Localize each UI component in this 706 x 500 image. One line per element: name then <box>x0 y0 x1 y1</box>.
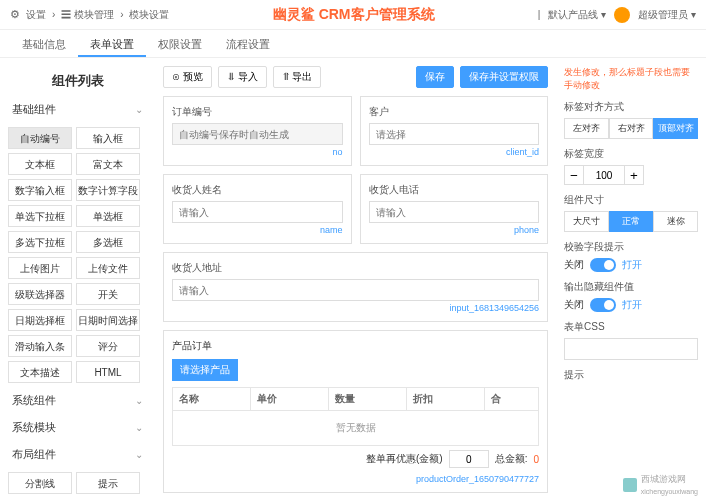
field-phone[interactable]: 收货人电话 phone <box>360 174 549 244</box>
section-layout[interactable]: 布局组件⌄ <box>8 441 147 468</box>
label-width-input[interactable] <box>584 165 624 185</box>
discount-input[interactable] <box>449 450 489 468</box>
name-input[interactable] <box>172 201 343 223</box>
gear-icon: ⚙ <box>10 8 20 21</box>
palette-title: 组件列表 <box>8 66 147 96</box>
comp-size-group: 大尺寸 正常 迷你 <box>564 211 698 232</box>
empty-state: 暂无数据 <box>173 411 539 446</box>
main-tabs: 基础信息 表单设置 权限设置 流程设置 <box>0 30 706 58</box>
section-basic[interactable]: 基础组件⌄ <box>8 96 147 123</box>
comp-开关[interactable]: 开关 <box>76 283 140 305</box>
comp-上传图片[interactable]: 上传图片 <box>8 257 72 279</box>
comp-日期选择框[interactable]: 日期选择框 <box>8 309 72 331</box>
align-top[interactable]: 顶部对齐 <box>653 118 698 139</box>
tab-permission[interactable]: 权限设置 <box>146 30 214 57</box>
comp-HTML[interactable]: HTML <box>76 361 140 383</box>
system-title: 幽灵鲨 CRM客户管理系统 <box>169 6 537 24</box>
order-no-input[interactable] <box>172 123 343 145</box>
save-perm-button[interactable]: 保存并设置权限 <box>460 66 548 88</box>
select-product-button[interactable]: 请选择产品 <box>172 359 238 381</box>
minus-button[interactable]: − <box>564 165 584 185</box>
comp-滑动输入条[interactable]: 滑动输入条 <box>8 335 72 357</box>
comp-数字输入框[interactable]: 数字输入框 <box>8 179 72 201</box>
product-order-card[interactable]: 产品订单 请选择产品 名称单价数量折扣合 暂无数据 整单再优惠(金额) 总金额:… <box>163 330 548 493</box>
align-right[interactable]: 右对齐 <box>609 118 654 139</box>
tab-flow[interactable]: 流程设置 <box>214 30 282 57</box>
align-left[interactable]: 左对齐 <box>564 118 609 139</box>
comp-数字计算字段[interactable]: 数字计算字段 <box>76 179 140 201</box>
chevron-down-icon: ⌄ <box>135 104 143 115</box>
component-palette: 组件列表 基础组件⌄ 自动编号输入框文本框富文本数字输入框数字计算字段单选下拉框… <box>0 58 155 498</box>
tab-form[interactable]: 表单设置 <box>78 30 146 57</box>
address-input[interactable] <box>172 279 539 301</box>
validate-switch[interactable] <box>590 258 616 272</box>
comp-自动编号[interactable]: 自动编号 <box>8 127 72 149</box>
comp-单选下拉框[interactable]: 单选下拉框 <box>8 205 72 227</box>
comp-文本框[interactable]: 文本框 <box>8 153 72 175</box>
divider-icon: | <box>538 9 541 20</box>
label-width-stepper[interactable]: − + <box>564 165 698 185</box>
breadcrumb: ⚙ 设置› ☰ 模块管理› 模块设置 <box>10 8 169 22</box>
tab-basic[interactable]: 基础信息 <box>10 30 78 57</box>
size-normal[interactable]: 正常 <box>609 211 654 232</box>
total-amount: 0 <box>533 454 539 465</box>
form-canvas: ⊙ 预览 ⥥ 导入 ⥣ 导出 保存 保存并设置权限 订单编号 no 客户 cli… <box>155 58 556 498</box>
property-panel: 发生修改，那么标题子段也需要手动修改 标签对齐方式 左对齐 右对齐 顶部对齐 标… <box>556 58 706 498</box>
comp-提示[interactable]: 提示 <box>76 472 140 494</box>
watermark-logo-icon <box>623 478 637 492</box>
breadcrumb-link[interactable]: ☰ 模块管理 <box>61 8 114 22</box>
preview-button[interactable]: ⊙ 预览 <box>163 66 212 88</box>
import-button[interactable]: ⥥ 导入 <box>218 66 267 88</box>
avatar[interactable] <box>614 7 630 23</box>
comp-级联选择器[interactable]: 级联选择器 <box>8 283 72 305</box>
user-role[interactable]: 超级管理员 ▾ <box>638 8 696 22</box>
size-large[interactable]: 大尺寸 <box>564 211 609 232</box>
warning-text: 发生修改，那么标题子段也需要手动修改 <box>564 66 698 92</box>
comp-富文本[interactable]: 富文本 <box>76 153 140 175</box>
hidden-switch[interactable] <box>590 298 616 312</box>
comp-多选下拉框[interactable]: 多选下拉框 <box>8 231 72 253</box>
field-client[interactable]: 客户 client_id <box>360 96 549 166</box>
phone-input[interactable] <box>369 201 540 223</box>
comp-分割线[interactable]: 分割线 <box>8 472 72 494</box>
chevron-down-icon: ⌄ <box>135 449 143 460</box>
form-css-input[interactable] <box>564 338 698 360</box>
comp-上传文件[interactable]: 上传文件 <box>76 257 140 279</box>
export-button[interactable]: ⥣ 导出 <box>273 66 322 88</box>
product-table: 名称单价数量折扣合 暂无数据 <box>172 387 539 446</box>
comp-日期时间选择框[interactable]: 日期时间选择框 <box>76 309 140 331</box>
chevron-down-icon: ⌄ <box>135 395 143 406</box>
comp-多选框[interactable]: 多选框 <box>76 231 140 253</box>
chevron-down-icon: ⌄ <box>135 422 143 433</box>
watermark: 西城游戏网xichengyouxiwang <box>623 473 698 496</box>
product-line-select[interactable]: 默认产品线 ▾ <box>548 8 606 22</box>
field-order-no[interactable]: 订单编号 no <box>163 96 352 166</box>
comp-评分[interactable]: 评分 <box>76 335 140 357</box>
save-button[interactable]: 保存 <box>416 66 454 88</box>
client-select[interactable] <box>369 123 540 145</box>
comp-输入框[interactable]: 输入框 <box>76 127 140 149</box>
field-address[interactable]: 收货人地址 input_1681349654256 <box>163 252 548 322</box>
comp-文本描述[interactable]: 文本描述 <box>8 361 72 383</box>
label-align-group: 左对齐 右对齐 顶部对齐 <box>564 118 698 139</box>
field-name[interactable]: 收货人姓名 name <box>163 174 352 244</box>
section-system-comp[interactable]: 系统组件⌄ <box>8 387 147 414</box>
comp-单选框[interactable]: 单选框 <box>76 205 140 227</box>
size-mini[interactable]: 迷你 <box>653 211 698 232</box>
plus-button[interactable]: + <box>624 165 644 185</box>
section-system-mod[interactable]: 系统模块⌄ <box>8 414 147 441</box>
